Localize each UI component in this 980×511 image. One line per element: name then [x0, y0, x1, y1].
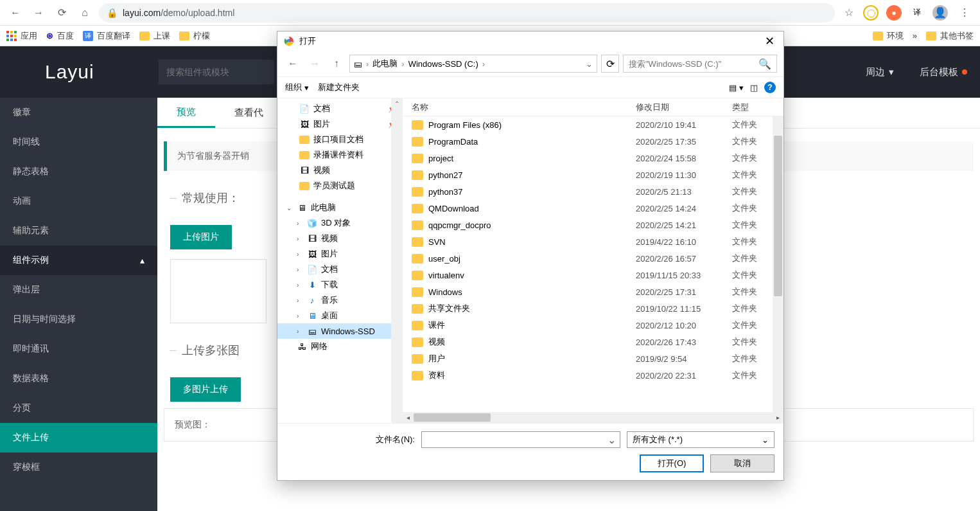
- tree-recording[interactable]: 录播课件资料: [277, 147, 402, 163]
- bookmark-other[interactable]: 其他书签: [926, 30, 974, 42]
- column-name[interactable]: 名称: [403, 102, 636, 113]
- forward-button[interactable]: →: [30, 4, 48, 22]
- tree-pictures[interactable]: 🖼图片📌: [277, 116, 402, 132]
- tree-music[interactable]: ›♪音乐: [277, 292, 402, 308]
- bookmark-baidu[interactable]: ⊛百度: [46, 30, 74, 42]
- bookmark-lemon[interactable]: 柠檬: [179, 30, 210, 42]
- star-button[interactable]: ☆: [840, 4, 858, 22]
- home-button[interactable]: ⌂: [76, 4, 94, 22]
- sidebar-item-datetime[interactable]: 日期与时间选择: [0, 305, 157, 334]
- column-type[interactable]: 类型: [732, 102, 783, 113]
- view-button[interactable]: ▤ ▾: [729, 83, 744, 93]
- file-row[interactable]: Windows2020/2/25 17:31文件夹: [403, 283, 783, 300]
- close-button[interactable]: ✕: [762, 34, 777, 48]
- refresh-button[interactable]: ⟳: [601, 55, 619, 73]
- extension-icon-1[interactable]: ◯: [863, 5, 879, 21]
- file-row[interactable]: ProgramData2020/2/25 17:35文件夹: [403, 133, 783, 150]
- tree-pictures-2[interactable]: ›🖼图片: [277, 246, 402, 262]
- search-input[interactable]: [159, 60, 274, 84]
- tab-view-code[interactable]: 查看代: [215, 98, 283, 128]
- cancel-button[interactable]: 取消: [710, 454, 774, 472]
- file-row[interactable]: 共享文件夹2019/10/22 11:15文件夹: [403, 300, 783, 317]
- dialog-forward-button[interactable]: →: [306, 55, 324, 73]
- sidebar-item-layer[interactable]: 弹出层: [0, 275, 157, 305]
- sidebar-item-animation[interactable]: 动画: [0, 186, 157, 216]
- sidebar-item-aux[interactable]: 辅助元素: [0, 216, 157, 246]
- tab-preview[interactable]: 预览: [157, 98, 215, 128]
- address-bar[interactable]: 🔒 layui.com/demo/upload.html: [99, 3, 835, 22]
- dialog-up-button[interactable]: ↑: [328, 55, 346, 73]
- menu-button[interactable]: ⋮: [956, 4, 974, 22]
- tree-documents[interactable]: 📄文档📌: [277, 101, 402, 116]
- sidebar-item-page[interactable]: 分页: [0, 393, 157, 423]
- file-row[interactable]: 视频2020/2/26 17:43文件夹: [403, 334, 783, 350]
- file-row[interactable]: 资料2020/2/20 22:31文件夹: [403, 367, 783, 384]
- crumb-drive[interactable]: Windows-SSD (C:): [408, 59, 478, 69]
- sidebar-item-im[interactable]: 即时通讯: [0, 334, 157, 364]
- file-vscrollbar[interactable]: [773, 116, 783, 412]
- filename-input[interactable]: ⌄: [421, 431, 620, 448]
- file-row[interactable]: python372020/2/5 21:13文件夹: [403, 183, 783, 200]
- tree-videos[interactable]: ›🎞视频: [277, 231, 402, 246]
- upload-image-button[interactable]: 上传图片: [170, 225, 232, 249]
- bookmark-class[interactable]: 上课: [139, 30, 170, 42]
- file-row[interactable]: python272020/2/19 11:30文件夹: [403, 166, 783, 183]
- tree-desktop[interactable]: ›🖥桌面: [277, 308, 402, 323]
- sidebar-item-transfer[interactable]: 穿梭框: [0, 453, 157, 482]
- file-row[interactable]: virtualenv2019/11/15 20:33文件夹: [403, 267, 783, 283]
- dialog-search[interactable]: 🔍: [623, 55, 777, 73]
- extension-icon-3[interactable]: 译: [909, 5, 925, 21]
- help-icon[interactable]: ?: [764, 82, 776, 93]
- file-row[interactable]: project2020/2/24 15:58文件夹: [403, 150, 783, 166]
- tree-3d-objects[interactable]: ›🧊3D 对象: [277, 215, 402, 231]
- profile-icon[interactable]: 👤: [932, 5, 948, 21]
- bookmark-more[interactable]: »: [913, 31, 917, 40]
- back-button[interactable]: ←: [6, 4, 24, 22]
- dialog-back-button[interactable]: ←: [284, 55, 302, 73]
- video-icon: 🎞: [299, 165, 310, 175]
- organize-button[interactable]: 组织▾: [285, 82, 309, 93]
- preview-pane-button[interactable]: ◫: [750, 83, 758, 93]
- file-row[interactable]: Program Files (x86)2020/2/10 19:41文件夹: [403, 116, 783, 133]
- extension-icon-2[interactable]: ●: [886, 5, 902, 21]
- tree-network[interactable]: 🖧网络: [277, 339, 402, 354]
- new-folder-button[interactable]: 新建文件夹: [318, 82, 360, 93]
- sidebar-item-static-table[interactable]: 静态表格: [0, 157, 157, 186]
- multi-upload-button[interactable]: 多图片上传: [170, 377, 241, 402]
- reload-button[interactable]: ⟳: [53, 4, 71, 22]
- file-row[interactable]: user_obj2020/2/26 16:57文件夹: [403, 250, 783, 267]
- bookmark-baidu-translate[interactable]: 译百度翻译: [83, 30, 130, 42]
- dialog-search-input[interactable]: [629, 59, 755, 69]
- apps-button[interactable]: 应用: [6, 30, 37, 42]
- file-row[interactable]: 用户2019/9/2 9:54文件夹: [403, 350, 783, 367]
- tree-student-tests[interactable]: 学员测试题: [277, 178, 402, 193]
- open-button[interactable]: 打开(O): [640, 454, 704, 472]
- bookmark-env[interactable]: 环境: [873, 30, 904, 42]
- column-date[interactable]: 修改日期: [636, 102, 732, 113]
- file-row[interactable]: SVN2019/4/22 16:10文件夹: [403, 233, 783, 250]
- sidebar-item-timeline[interactable]: 时间线: [0, 127, 157, 157]
- file-row[interactable]: qqpcmgr_docpro2020/2/25 14:21文件夹: [403, 217, 783, 233]
- file-row[interactable]: QMDownload2020/2/25 14:24文件夹: [403, 200, 783, 217]
- tree-this-pc[interactable]: ⌄🖥此电脑: [277, 200, 402, 215]
- filetype-select[interactable]: 所有文件 (*.*)⌄: [627, 431, 774, 448]
- chevron-down-icon[interactable]: ⌄: [586, 59, 593, 69]
- sidebar-item-badge[interactable]: 徽章: [0, 98, 157, 127]
- path-bar[interactable]: 🖴 › 此电脑 › Windows-SSD (C:) › ⌄: [349, 55, 597, 73]
- file-hscrollbar[interactable]: ◂▸: [403, 412, 783, 423]
- logo[interactable]: Layui: [45, 61, 94, 83]
- header-link-admin[interactable]: 后台模板: [920, 66, 967, 78]
- sidebar-item-components[interactable]: 组件示例▴: [0, 246, 157, 275]
- tree-scrollbar[interactable]: ⌃: [391, 98, 402, 423]
- tree-downloads[interactable]: ›⬇下载: [277, 277, 402, 292]
- tree-api-docs[interactable]: 接口项目文档: [277, 132, 402, 147]
- tree-ssd-drive[interactable]: ›🖴Windows-SSD: [277, 323, 402, 339]
- tree-documents-2[interactable]: ›📄文档: [277, 262, 402, 277]
- header-link-around[interactable]: 周边▾: [866, 66, 894, 78]
- file-row[interactable]: 课件2020/2/12 10:20文件夹: [403, 317, 783, 334]
- crumb-this-pc[interactable]: 此电脑: [372, 58, 398, 69]
- sidebar-item-upload[interactable]: 文件上传: [0, 423, 157, 453]
- tree-video[interactable]: 🎞视频: [277, 163, 402, 178]
- sidebar-item-datatable[interactable]: 数据表格: [0, 364, 157, 393]
- chevron-down-icon[interactable]: ⌄: [608, 434, 616, 446]
